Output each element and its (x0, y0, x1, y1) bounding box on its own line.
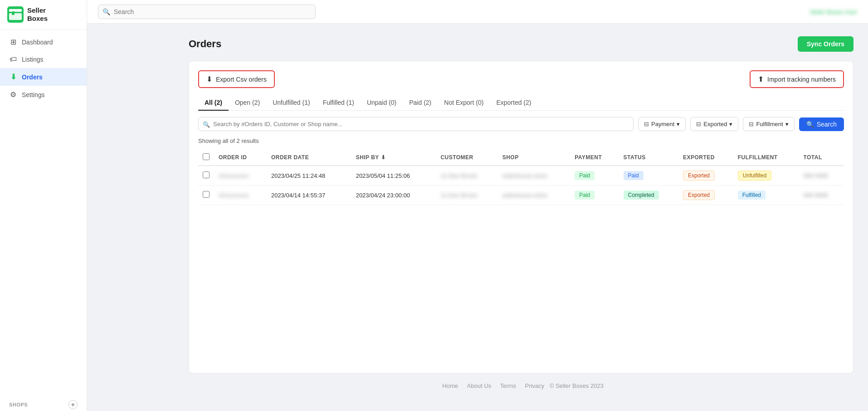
exported-filter-icon: ⊟ (696, 121, 701, 127)
payment-filter[interactable]: ⊟ Payment ▾ (638, 117, 686, 131)
tab-open[interactable]: Open (2) (229, 95, 266, 111)
orders-card: ⬇ Export Csv orders ⬆ Import tracking nu… (189, 61, 853, 373)
sidebar-item-label: Dashboard (22, 39, 53, 46)
export-icon: ⬇ (206, 75, 212, 83)
user-name: Seller Boxes User (810, 9, 857, 15)
page-title: Orders (189, 38, 221, 50)
footer-home[interactable]: Home (442, 382, 458, 389)
cell-payment: Paid (570, 166, 619, 186)
tab-not-export[interactable]: Not Export (0) (438, 95, 490, 111)
cell-ship-by: 2023/04/24 23:00:00 (351, 186, 436, 205)
sidebar-item-dashboard[interactable]: ⊞ Dashboard (0, 33, 87, 51)
sidebar-item-label: Orders (22, 73, 43, 81)
sidebar-nav: ⊞ Dashboard 🏷 Listings ⬇ Orders ⚙ Settin… (0, 29, 87, 395)
col-payment: PAYMENT (570, 150, 619, 166)
results-info: Showing all of 2 results (198, 137, 844, 144)
table-row: #2xxxxxxxx 2023/04/14 14:55:37 2023/04/2… (198, 186, 844, 205)
sidebar-item-label: Settings (22, 91, 45, 98)
search-icon: 🔍 (102, 8, 110, 15)
col-total: TOTAL (799, 150, 844, 166)
cell-total: ¥¥¥ ¥¥¥¥ (799, 186, 844, 205)
col-fulfillment: FULFILLMENT (733, 150, 799, 166)
col-customer: CUSTOMER (436, 150, 497, 166)
footer-copyright: © Seller Boxes 2023 (550, 382, 604, 389)
col-shop: SHOP (498, 150, 571, 166)
fulfillment-filter[interactable]: ⊟ Fulfillment ▾ (743, 117, 794, 131)
export-csv-button[interactable]: ⬇ Export Csv orders (198, 70, 275, 88)
tab-exported[interactable]: Exported (2) (490, 95, 537, 111)
sidebar-item-settings[interactable]: ⚙ Settings (0, 86, 87, 103)
topbar: 🔍 Seller Boxes User (87, 0, 868, 24)
tab-unfulfilled[interactable]: Unfulfilled (1) (266, 95, 316, 111)
col-order-id: ORDER ID (214, 150, 267, 166)
settings-icon: ⚙ (9, 90, 17, 99)
action-row: ⬇ Export Csv orders ⬆ Import tracking nu… (198, 70, 844, 88)
exported-filter[interactable]: ⊟ Exported ▾ (690, 117, 738, 131)
tab-unpaid[interactable]: Unpaid (0) (361, 95, 403, 111)
payment-filter-icon: ⊟ (644, 121, 649, 127)
cell-ship-by: 2023/05/04 11:25:06 (351, 166, 436, 186)
cell-order-date: 2023/04/25 11:24:48 (267, 166, 351, 186)
page-header: Orders Sync Orders (189, 36, 853, 52)
global-search: 🔍 (98, 5, 316, 19)
col-status: STATUS (619, 150, 678, 166)
cell-order-id: #2xxxxxxxx (214, 166, 267, 186)
cell-exported: Exported (678, 186, 733, 205)
tab-fulfilled[interactable]: Fulfilled (1) (317, 95, 361, 111)
dashboard-icon: ⊞ (9, 38, 17, 46)
cell-fulfillment: Fulfilled (733, 186, 799, 205)
sidebar: Seller Boxes ⊞ Dashboard 🏷 Listings ⬇ Or… (0, 0, 87, 411)
listings-icon: 🏷 (9, 55, 17, 64)
chevron-down-icon: ▾ (785, 121, 789, 127)
order-search: 🔍 (198, 117, 634, 131)
sort-icon[interactable]: ⬇ (381, 154, 385, 161)
sidebar-item-label: Listings (22, 56, 43, 63)
col-order-date: ORDER DATE (267, 150, 351, 166)
cell-shop: sellerboxes-store (498, 186, 571, 205)
cell-status: Completed (619, 186, 678, 205)
svg-rect-3 (12, 11, 15, 15)
col-exported: EXPORTED (678, 150, 733, 166)
chevron-down-icon: ▾ (677, 121, 680, 127)
add-shop-button[interactable]: + (68, 400, 78, 409)
cell-shop: sellerboxes-store (498, 166, 571, 186)
cell-payment: Paid (570, 186, 619, 205)
logo: Seller Boxes (0, 0, 87, 29)
cell-order-date: 2023/04/14 14:55:37 (267, 186, 351, 205)
filter-row: 🔍 ⊟ Payment ▾ ⊟ Exported ▾ ⊟ Fulfillment… (198, 117, 844, 131)
import-tracking-button[interactable]: ⬆ Import tracking numbers (750, 70, 844, 88)
table-row: #2xxxxxxxx 2023/04/25 11:24:48 2023/05/0… (198, 166, 844, 186)
footer-terms[interactable]: Terms (500, 382, 516, 389)
tab-paid[interactable]: Paid (2) (403, 95, 438, 111)
sidebar-item-listings[interactable]: 🏷 Listings (0, 51, 87, 68)
order-tabs: All (2) Open (2) Unfulfilled (1) Fulfill… (198, 95, 844, 111)
import-icon: ⬆ (758, 75, 764, 83)
search-input[interactable] (98, 5, 316, 19)
sidebar-item-orders[interactable]: ⬇ Orders (0, 68, 87, 86)
footer-about[interactable]: About Us (467, 382, 491, 389)
orders-icon: ⬇ (9, 73, 17, 81)
fulfillment-filter-icon: ⊟ (749, 121, 754, 127)
topbar-right: Seller Boxes User (810, 8, 857, 15)
search-button[interactable]: 🔍 Search (799, 117, 844, 131)
row-checkbox-1[interactable] (203, 191, 210, 198)
chevron-down-icon: ▾ (729, 121, 732, 127)
footer-privacy[interactable]: Privacy (525, 382, 545, 389)
row-checkbox-0[interactable] (203, 171, 210, 178)
tab-all[interactable]: All (2) (198, 95, 229, 111)
select-all-checkbox[interactable] (203, 153, 210, 160)
orders-table: ORDER ID ORDER DATE SHIP BY ⬇ CUSTOMER S… (198, 150, 844, 205)
logo-text: Seller Boxes (27, 6, 48, 23)
cell-customer: Jo Doe Brown (436, 186, 497, 205)
sync-orders-button[interactable]: Sync Orders (798, 36, 853, 52)
search-btn-icon: 🔍 (806, 121, 814, 128)
order-search-input[interactable] (198, 117, 634, 131)
col-ship-by: SHIP BY ⬇ (351, 150, 436, 166)
cell-total: ¥¥¥ ¥¥¥¥ (799, 166, 844, 186)
cell-customer: Jo Doe Brown (436, 166, 497, 186)
shops-section: SHOPS + (0, 395, 87, 411)
main-content: Orders Sync Orders ⬇ Export Csv orders ⬆… (174, 24, 868, 411)
svg-rect-2 (9, 13, 22, 20)
filter-search-icon: 🔍 (203, 121, 210, 127)
svg-rect-1 (9, 9, 22, 12)
